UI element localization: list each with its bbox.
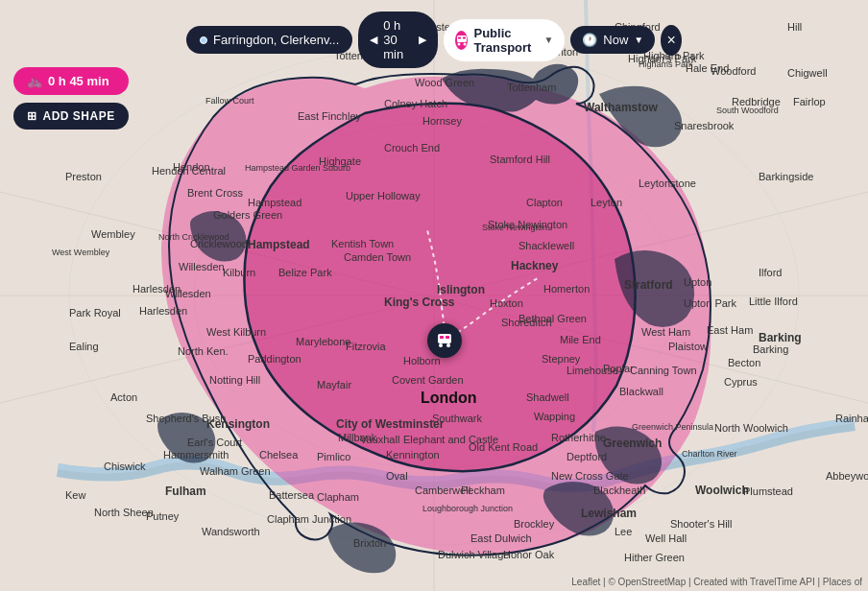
transport-dropdown-icon: ▼: [543, 35, 553, 45]
location-dot: [200, 36, 207, 44]
add-shape-label: ADD SHAPE: [43, 109, 115, 123]
center-marker: [427, 323, 462, 358]
svg-point-8: [439, 343, 443, 347]
time-decrease-button[interactable]: ◀: [368, 34, 379, 46]
add-shape-button[interactable]: ⊞ ADD SHAPE: [13, 103, 129, 130]
svg-point-14: [463, 42, 466, 45]
svg-rect-16: [463, 36, 466, 38]
now-pill[interactable]: 🕐 Now ▼: [570, 26, 655, 54]
map-container[interactable]: EdgwareHendonBarnetTotteridgeEast Finchl…: [0, 0, 868, 591]
time-badge-label: 0 h 45 min: [48, 74, 109, 88]
svg-point-9: [446, 343, 450, 347]
location-label: Farringdon, Clerkenv...: [213, 33, 339, 47]
svg-rect-7: [438, 334, 451, 343]
svg-rect-15: [458, 36, 461, 38]
time-pill[interactable]: ◀ 0 h 30 min ▶: [358, 12, 438, 68]
clock-icon: 🕐: [582, 33, 597, 47]
now-label: Now: [603, 33, 628, 47]
toolbar: Farringdon, Clerkenv... ◀ 0 h 30 min ▶ P…: [186, 12, 682, 68]
svg-rect-11: [446, 336, 449, 339]
stack-icon: ⊞: [27, 109, 37, 123]
bike-icon: 🚲: [27, 74, 42, 88]
attribution: Leaflet | © OpenStreetMap | Created with…: [571, 577, 862, 587]
map-background: [0, 0, 868, 591]
svg-rect-10: [440, 336, 444, 339]
time-value: 0 h 30 min: [383, 18, 413, 61]
close-icon: ×: [666, 32, 675, 49]
transport-pill[interactable]: Public Transport ▼: [444, 19, 565, 61]
close-button[interactable]: ×: [661, 25, 682, 56]
time-badge[interactable]: 🚲 0 h 45 min: [13, 67, 129, 95]
now-dropdown-icon: ▼: [634, 35, 643, 45]
attribution-text: Leaflet | © OpenStreetMap | Created with…: [571, 577, 862, 587]
left-panel: 🚲 0 h 45 min ⊞ ADD SHAPE: [13, 67, 129, 130]
time-increase-button[interactable]: ▶: [417, 34, 428, 46]
location-pill[interactable]: Farringdon, Clerkenv...: [186, 26, 352, 54]
svg-point-13: [457, 42, 460, 45]
transport-label: Public Transport: [473, 26, 538, 55]
transport-icon: [455, 31, 468, 50]
